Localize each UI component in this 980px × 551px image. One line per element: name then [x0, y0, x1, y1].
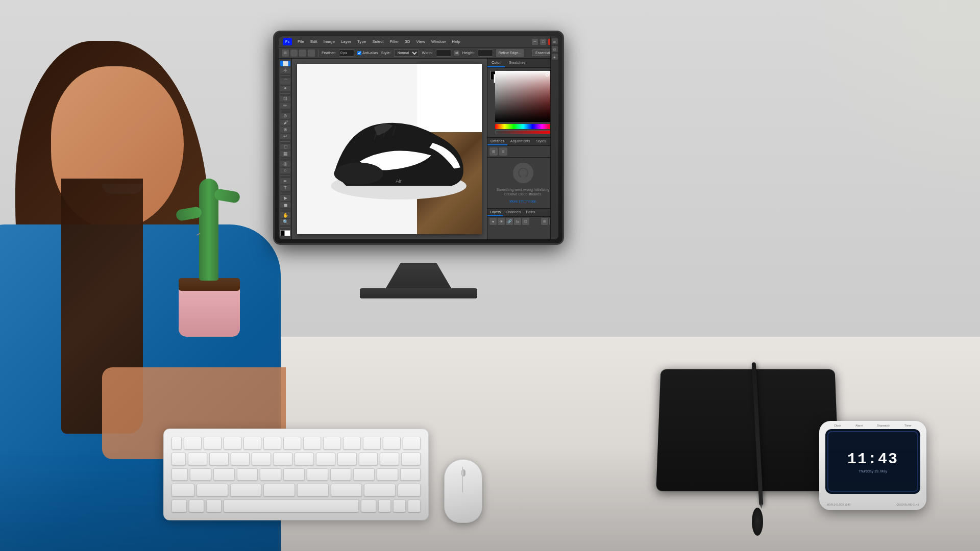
color-panel-tabs: Color Swatches: [487, 59, 558, 68]
pen-tool[interactable]: ✒: [280, 178, 290, 184]
key[interactable]: [343, 437, 361, 449]
hand-tool[interactable]: ✋: [280, 212, 290, 218]
tool-divider: [280, 159, 290, 159]
cactus-container: [163, 112, 255, 337]
move-tool[interactable]: ✛: [280, 67, 290, 73]
eyedropper-tool[interactable]: ✏: [280, 103, 290, 108]
ps-canvas[interactable]: Air: [297, 64, 482, 234]
key[interactable]: [323, 437, 341, 449]
layer-mask-btn[interactable]: ◻: [522, 218, 529, 225]
menu-file[interactable]: File: [295, 38, 307, 45]
libraries-toolbar: ⊞ ≡: [487, 146, 558, 158]
menu-3d[interactable]: 3D: [402, 38, 412, 45]
tab-swatches[interactable]: Swatches: [505, 59, 530, 67]
tab-layers[interactable]: Layers: [487, 209, 503, 216]
layers-toolbar: ▼ 👁 🔗 fx ◻ ⊞ ≡: [487, 217, 558, 226]
shape-tool[interactable]: ◼: [280, 202, 290, 208]
menu-help[interactable]: Help: [449, 38, 462, 45]
height-label: Height:: [462, 51, 475, 55]
menu-image[interactable]: Image: [321, 38, 337, 45]
marquee-tool[interactable]: ⬜: [280, 61, 290, 66]
tool-preset-icon[interactable]: ⊞: [282, 49, 289, 57]
brush-tool[interactable]: 🖌: [280, 120, 290, 126]
spectrum-overlay: [495, 71, 551, 122]
menu-select[interactable]: Select: [370, 38, 386, 45]
clock-tab-stopwatch[interactable]: Stopwatch: [877, 424, 890, 427]
stamp-tool[interactable]: ⊗: [280, 127, 290, 132]
healing-brush-tool[interactable]: ⊕: [280, 113, 290, 118]
tool-divider: [280, 111, 290, 111]
fg-bg-colors[interactable]: [280, 230, 290, 236]
menu-type[interactable]: Type: [355, 38, 369, 45]
opacity-bar[interactable]: [495, 130, 555, 134]
dodge-tool[interactable]: ○: [280, 168, 290, 173]
layer-link-btn[interactable]: 🔗: [506, 218, 513, 225]
background-color[interactable]: [284, 230, 290, 236]
magic-wand-tool[interactable]: ✦: [280, 86, 290, 91]
minimize-button[interactable]: ─: [532, 39, 538, 45]
key[interactable]: [172, 437, 182, 449]
backspace-key[interactable]: [403, 437, 421, 449]
key[interactable]: [383, 437, 401, 449]
panel-icon-3[interactable]: ◈: [552, 54, 558, 60]
monitor: Ps File Edit Image Layer Type Select Fil…: [273, 31, 574, 270]
key[interactable]: [363, 437, 381, 449]
lib-list-view[interactable]: ≡: [499, 147, 507, 156]
photoshop-screen: Ps File Edit Image Layer Type Select Fil…: [279, 36, 558, 239]
text-tool[interactable]: T: [280, 185, 290, 190]
zoom-tool[interactable]: 🔍: [280, 219, 290, 224]
layer-expand-btn[interactable]: ▼: [489, 218, 497, 225]
feather-input[interactable]: [339, 49, 354, 57]
key[interactable]: [204, 437, 222, 449]
clock-tab-timer[interactable]: Timer: [904, 424, 912, 427]
tab-adjustments[interactable]: Adjustments: [507, 138, 533, 145]
menu-view[interactable]: View: [414, 38, 428, 45]
layer-grid-btn[interactable]: ⊞: [541, 218, 548, 225]
key[interactable]: [224, 437, 241, 449]
shoe-svg: Air: [297, 64, 482, 234]
menu-layer[interactable]: Layer: [338, 38, 354, 45]
tab-styles[interactable]: Styles: [533, 138, 549, 145]
history-brush-tool[interactable]: ↩: [280, 134, 290, 139]
key[interactable]: [184, 437, 202, 449]
layer-visibility-btn[interactable]: 👁: [498, 218, 505, 225]
tab-color[interactable]: Color: [487, 59, 505, 67]
menu-edit[interactable]: Edit: [308, 38, 320, 45]
menu-filter[interactable]: Filter: [387, 38, 402, 45]
ps-optionsbar: ⊞ Feather: Anti-alias Style: Normal Widt…: [279, 47, 558, 59]
blur-tool[interactable]: ◎: [280, 161, 290, 166]
tab-paths[interactable]: Paths: [524, 209, 538, 216]
panel-icon-2[interactable]: ⊡: [552, 46, 558, 52]
hue-row: [495, 124, 555, 129]
key[interactable]: [303, 437, 321, 449]
antialiased-checkbox[interactable]: [357, 51, 361, 55]
refine-edge-button[interactable]: Refine Edge...: [496, 49, 524, 57]
clock-tab-alarm[interactable]: Alarm: [855, 424, 863, 427]
gradient-tool[interactable]: ▦: [280, 151, 290, 156]
eraser-tool[interactable]: ◻: [280, 144, 290, 149]
key[interactable]: [243, 437, 261, 449]
more-info-link[interactable]: More information: [509, 199, 536, 203]
style-select[interactable]: Normal: [394, 49, 419, 57]
layer-fx-btn[interactable]: fx: [514, 218, 521, 225]
height-input[interactable]: [478, 49, 493, 57]
lib-grid-view[interactable]: ⊞: [489, 147, 498, 156]
menu-window[interactable]: Window: [429, 38, 448, 45]
lasso-tool[interactable]: ⌒: [280, 78, 290, 85]
width-input[interactable]: [436, 49, 451, 57]
key[interactable]: [263, 437, 281, 449]
tab-channels[interactable]: Channels: [503, 209, 524, 216]
path-selection-tool[interactable]: ▶: [280, 195, 290, 201]
color-spectrum[interactable]: [495, 71, 551, 122]
tool-divider: [280, 227, 290, 228]
clock-tab-clock[interactable]: Clock: [834, 424, 841, 427]
cc-icon: CC: [513, 163, 533, 183]
hue-bar[interactable]: [495, 124, 551, 129]
panel-icon-1[interactable]: ⊞: [552, 38, 558, 44]
crop-tool[interactable]: ⊡: [280, 96, 290, 102]
swap-icon[interactable]: ⇄: [454, 51, 459, 56]
key[interactable]: [283, 437, 301, 449]
tab-libraries[interactable]: Libraries: [487, 138, 507, 145]
layers-tabs: Layers Channels Paths: [487, 209, 558, 217]
maximize-button[interactable]: □: [540, 39, 546, 45]
